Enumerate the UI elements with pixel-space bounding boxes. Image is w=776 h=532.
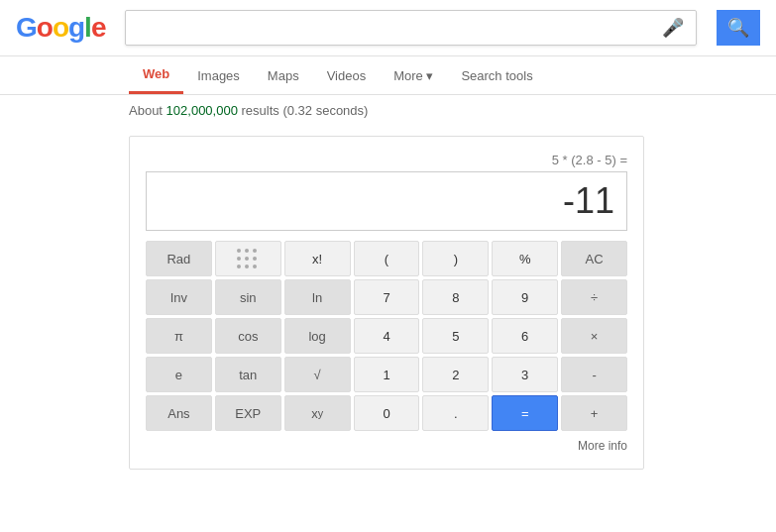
calc-btn-7[interactable]: 7: [354, 279, 420, 315]
calc-btn-tan[interactable]: tan: [215, 357, 281, 392]
calc-btn-equals[interactable]: =: [492, 395, 558, 431]
calc-btn-power[interactable]: xy: [284, 395, 351, 431]
calc-btn-exp[interactable]: EXP: [215, 395, 281, 431]
calc-btn-open-paren[interactable]: (: [354, 241, 420, 276]
calc-btn-divide[interactable]: ÷: [561, 279, 627, 315]
more-info-link[interactable]: More info: [146, 439, 627, 453]
calculator: 5 * (2.8 - 5) = -11 Rad x! ( ) % AC Inv …: [129, 136, 644, 470]
calc-btn-cos[interactable]: cos: [215, 318, 281, 354]
nav-item-search-tools[interactable]: Search tools: [447, 58, 546, 93]
results-count: 102,000,000: [166, 103, 238, 118]
calc-buttons: Rad x! ( ) % AC Inv sin ln 7 8 9 ÷ π cos…: [146, 241, 627, 431]
calc-btn-ans[interactable]: Ans: [146, 395, 212, 431]
google-logo: Google: [16, 12, 105, 44]
search-button[interactable]: 🔍: [717, 10, 760, 46]
header: Google 5*(2.8-5) 🎤 🔍: [0, 0, 776, 56]
calc-btn-log[interactable]: log: [284, 318, 351, 354]
calc-btn-percent[interactable]: %: [492, 241, 558, 276]
nav-item-web[interactable]: Web: [129, 56, 183, 94]
calc-display: -11: [146, 171, 627, 231]
calc-btn-0[interactable]: 0: [354, 395, 420, 431]
mic-icon[interactable]: 🎤: [662, 17, 684, 39]
calc-btn-sqrt[interactable]: √: [284, 357, 351, 392]
calc-btn-e[interactable]: e: [146, 357, 212, 392]
calc-btn-sin[interactable]: sin: [215, 279, 281, 315]
calc-btn-9[interactable]: 9: [492, 279, 558, 315]
calc-btn-ln[interactable]: ln: [284, 279, 351, 315]
calc-btn-factorial[interactable]: x!: [284, 241, 351, 276]
calc-btn-pi[interactable]: π: [146, 318, 212, 354]
search-input[interactable]: 5*(2.8-5): [134, 19, 662, 37]
calc-btn-ac[interactable]: AC: [561, 241, 627, 276]
nav-item-images[interactable]: Images: [183, 58, 254, 93]
calc-btn-4[interactable]: 4: [354, 318, 420, 354]
calc-btn-1[interactable]: 1: [354, 357, 420, 392]
calc-result: -11: [563, 180, 614, 222]
search-bar: 5*(2.8-5) 🎤: [125, 10, 697, 46]
calc-btn-inv[interactable]: Inv: [146, 279, 212, 315]
calc-btn-minus[interactable]: -: [561, 357, 627, 392]
nav-item-maps[interactable]: Maps: [254, 58, 313, 93]
calc-btn-close-paren[interactable]: ): [422, 241, 489, 276]
calc-btn-6[interactable]: 6: [492, 318, 558, 354]
calc-btn-5[interactable]: 5: [422, 318, 489, 354]
nav-item-more[interactable]: More ▾: [380, 58, 447, 93]
calc-btn-dots[interactable]: [215, 241, 281, 276]
nav: Web Images Maps Videos More ▾ Search too…: [0, 56, 776, 95]
nav-item-videos[interactable]: Videos: [313, 58, 381, 93]
calc-btn-multiply[interactable]: ×: [561, 318, 627, 354]
calc-btn-plus[interactable]: +: [561, 395, 627, 431]
calc-btn-2[interactable]: 2: [422, 357, 489, 392]
calc-btn-8[interactable]: 8: [422, 279, 489, 315]
calc-btn-dot[interactable]: .: [422, 395, 489, 431]
calc-btn-3[interactable]: 3: [492, 357, 558, 392]
calc-btn-rad[interactable]: Rad: [146, 241, 212, 276]
calc-expression: 5 * (2.8 - 5) =: [146, 153, 627, 167]
results-info: About 102,000,000 results (0.32 seconds): [0, 95, 776, 126]
